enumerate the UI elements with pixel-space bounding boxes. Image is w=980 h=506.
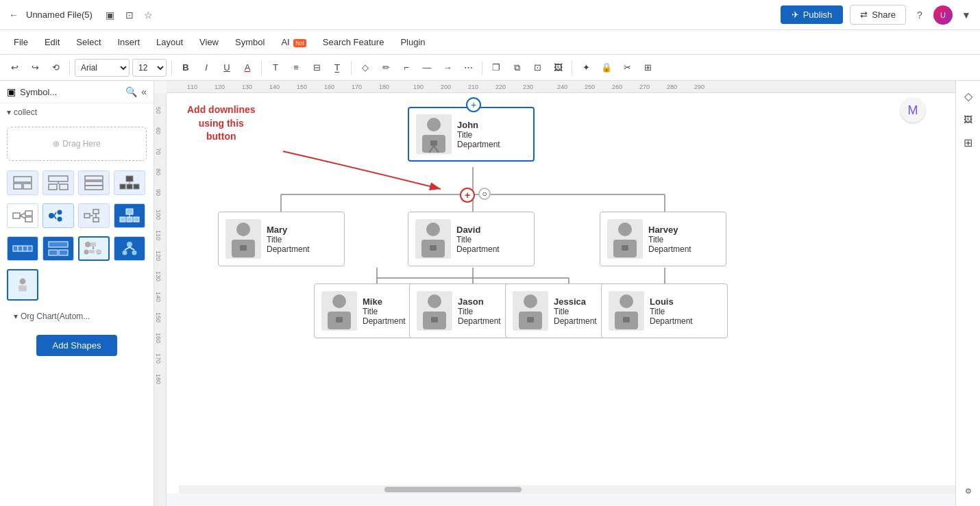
connector-button[interactable]: ⌐	[397, 59, 415, 77]
template-grid-3	[0, 232, 154, 265]
org-info-harvey: Harvey Title Department	[648, 225, 691, 254]
org-node-louis[interactable]: Louis Title Department	[601, 283, 728, 338]
settings-panel-button[interactable]: ⚙	[959, 481, 978, 501]
menu-layout[interactable]: Layout	[149, 34, 190, 50]
text-button[interactable]: T	[267, 59, 284, 77]
svg-rect-28	[93, 218, 99, 222]
template-item-3[interactable]	[78, 170, 110, 195]
line-button[interactable]: —	[418, 59, 436, 77]
image-button[interactable]: 🖼	[549, 59, 567, 77]
erase-button[interactable]: ◇	[356, 59, 374, 77]
org-node-harvey[interactable]: Harvey Title Department	[600, 212, 726, 266]
template-item-11[interactable]	[78, 236, 110, 261]
expand-icon[interactable]: ▼	[959, 8, 973, 22]
font-color-button[interactable]: A	[238, 59, 256, 77]
org-title-jessica: Title	[554, 307, 597, 316]
expand-button[interactable]: ○	[478, 188, 491, 200]
horizontal-scrollbar[interactable]	[179, 485, 955, 494]
fullscreen-button[interactable]: ⊞	[639, 59, 657, 77]
scrollbar-thumb[interactable]	[384, 487, 522, 492]
template-item-13[interactable]	[7, 269, 38, 301]
chevron-down-icon-2: ▾	[14, 312, 18, 321]
template-item-12[interactable]	[114, 236, 145, 261]
grid-panel-button[interactable]: ⊞	[959, 133, 978, 152]
copy-style-button[interactable]: ❐	[487, 59, 505, 77]
magic-button[interactable]: ✦	[577, 59, 595, 77]
collect-section: ▾ collect	[0, 103, 154, 121]
template-item-6[interactable]	[42, 203, 74, 228]
org-node-john[interactable]: John Title Department	[408, 107, 535, 162]
template-item-2[interactable]	[42, 170, 74, 195]
separator-6	[572, 61, 572, 75]
menu-search-feature[interactable]: Search Feature	[316, 34, 391, 50]
org-toggle[interactable]: ▾ Org Chart(Autom...	[7, 309, 147, 324]
svg-rect-77	[240, 245, 247, 251]
magic-toolbar-icon[interactable]: M	[901, 98, 925, 123]
template-item-5[interactable]	[7, 203, 38, 228]
sidebar-search-icon[interactable]: 🔍	[125, 86, 137, 97]
template-item-8[interactable]	[114, 203, 145, 228]
org-node-david[interactable]: David Title Department	[408, 212, 535, 266]
star-icon[interactable]: ☆	[142, 8, 156, 22]
svg-rect-19	[25, 217, 32, 222]
add-children-button[interactable]: +	[460, 188, 475, 203]
arrow-button[interactable]: →	[439, 59, 456, 77]
back-icon[interactable]: ←	[7, 8, 21, 22]
template-item-10[interactable]	[42, 236, 74, 261]
arrange-button[interactable]: ⊡	[528, 59, 546, 77]
org-name-louis: Louis	[650, 296, 693, 307]
svg-point-90	[524, 294, 537, 308]
menu-edit[interactable]: Edit	[38, 34, 66, 50]
align-v-button[interactable]: ⊟	[308, 59, 326, 77]
undo-button[interactable]: ↩	[5, 59, 23, 77]
template-item-7[interactable]	[78, 203, 110, 228]
org-node-mary[interactable]: Mary Title Department	[218, 212, 345, 266]
format-panel-button[interactable]: ◇	[959, 86, 978, 105]
right-toolbar: ◇ 🖼 ⊞ ⚙	[955, 81, 980, 506]
underline-button[interactable]: U	[218, 59, 236, 77]
template-item-9[interactable]	[7, 236, 38, 261]
sidebar: ▣ Symbol... 🔍 « ▾ collect ⊕ Drag Here	[0, 81, 154, 506]
svg-point-70	[427, 118, 441, 131]
group-button[interactable]: ⧉	[508, 59, 526, 77]
share-button[interactable]: ⇄ Share	[850, 5, 906, 25]
lock-button[interactable]: 🔒	[598, 59, 615, 77]
publish-button[interactable]: ✈ Publish	[781, 5, 844, 24]
font-size-select[interactable]: 12	[132, 59, 167, 77]
svg-rect-40	[49, 250, 58, 255]
drag-area[interactable]: ⊕ Drag Here	[7, 127, 147, 161]
template-item-4[interactable]	[114, 170, 145, 195]
image-panel-button[interactable]: 🖼	[959, 110, 978, 129]
add-shapes-button[interactable]: Add Shapes	[36, 335, 118, 356]
redo-button[interactable]: ↪	[26, 59, 44, 77]
font-select[interactable]: Arial	[75, 59, 130, 77]
pencil-button[interactable]: ✏	[377, 59, 395, 77]
text-style-button[interactable]: T̲	[328, 59, 346, 77]
collect-toggle[interactable]: ▾ collect	[7, 107, 147, 117]
add-top-button[interactable]: +	[466, 97, 481, 112]
menu-plugin[interactable]: Plugin	[393, 34, 432, 50]
line-style-button[interactable]: ⋯	[459, 59, 477, 77]
svg-point-54	[20, 278, 26, 284]
menu-select[interactable]: Select	[69, 34, 108, 50]
unlock-button[interactable]: ✂	[618, 59, 636, 77]
menu-view[interactable]: View	[193, 34, 225, 50]
separator-2	[171, 61, 172, 75]
menu-symbol[interactable]: Symbol	[228, 34, 271, 50]
svg-rect-48	[96, 250, 101, 253]
template-item-1[interactable]	[7, 170, 38, 195]
align-center-button[interactable]: ≡	[287, 59, 305, 77]
sidebar-collapse-icon[interactable]: «	[141, 86, 147, 97]
menu-insert[interactable]: Insert	[111, 34, 147, 50]
panel-icon[interactable]: ▣	[103, 8, 117, 22]
italic-button[interactable]: I	[197, 59, 215, 77]
org-dept-john: Department	[457, 140, 500, 149]
avatar[interactable]: U	[933, 5, 953, 25]
menu-file[interactable]: File	[7, 34, 35, 50]
help-icon[interactable]: ?	[913, 8, 927, 22]
bold-button[interactable]: B	[177, 59, 195, 77]
popout-icon[interactable]: ⊡	[123, 8, 136, 22]
canvas[interactable]: Add downlinesusing thisbutton +	[167, 93, 955, 494]
menu-ai[interactable]: AI hot	[274, 34, 313, 50]
back-history-button[interactable]: ⟲	[47, 59, 64, 77]
